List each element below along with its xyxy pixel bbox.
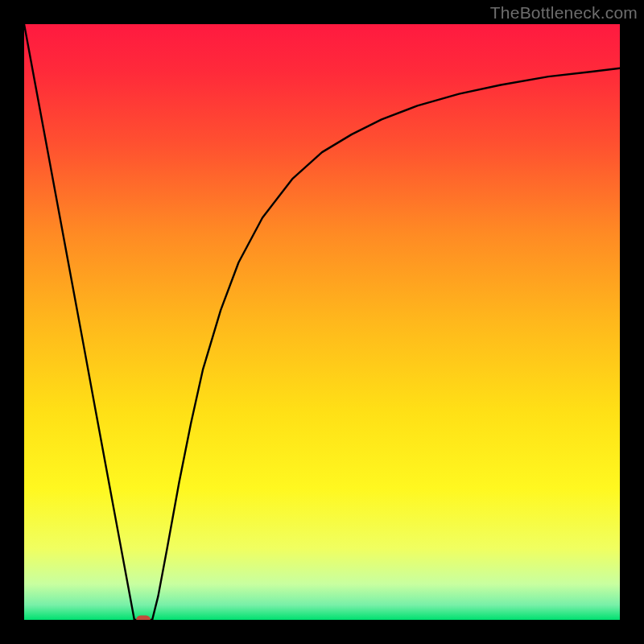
svg-rect-0 [24, 24, 620, 620]
plot-area [24, 24, 620, 620]
background-gradient [24, 24, 620, 620]
chart-frame: TheBottleneck.com [0, 0, 644, 644]
watermark-text: TheBottleneck.com [490, 3, 638, 23]
